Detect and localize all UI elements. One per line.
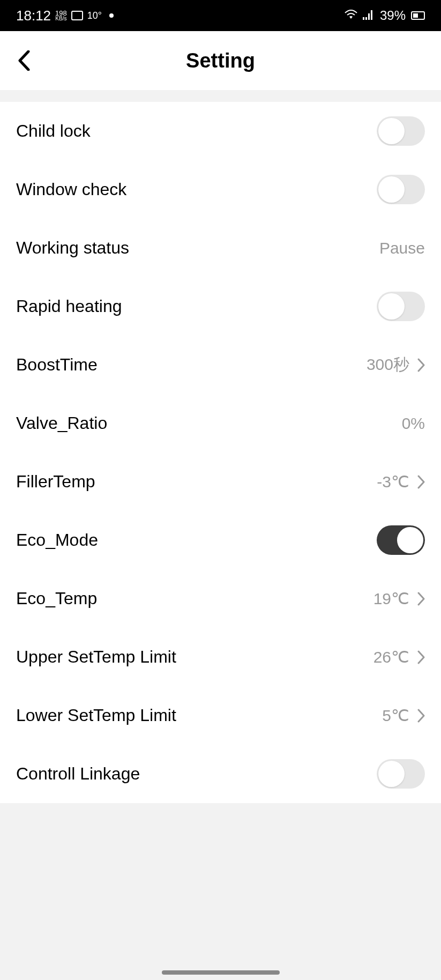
status-right: 39% bbox=[345, 8, 425, 23]
row-lower-limit[interactable]: Lower SetTemp Limit 5℃ bbox=[0, 686, 441, 745]
svg-rect-3 bbox=[371, 10, 372, 20]
row-value: 0% bbox=[402, 414, 425, 433]
chevron-right-icon bbox=[417, 592, 425, 606]
status-bar: 18:12 198 KB/s 10° 39% bbox=[0, 0, 441, 31]
chevron-left-icon bbox=[18, 50, 31, 71]
row-filler-temp[interactable]: FillerTemp -3℃ bbox=[0, 452, 441, 511]
row-boost-time[interactable]: BoostTime 300秒 bbox=[0, 336, 441, 394]
row-value: 26℃ bbox=[373, 648, 409, 666]
row-value: 5℃ bbox=[382, 706, 409, 725]
svg-rect-2 bbox=[368, 13, 370, 20]
page-title: Setting bbox=[0, 49, 441, 72]
row-label: Controll Linkage bbox=[16, 764, 140, 784]
child-lock-toggle[interactable] bbox=[377, 116, 425, 146]
eco-mode-toggle[interactable] bbox=[377, 525, 425, 555]
chevron-right-icon bbox=[417, 358, 425, 372]
row-value: Pause bbox=[379, 239, 425, 257]
row-window-check[interactable]: Window check bbox=[0, 160, 441, 219]
settings-list: Child lock Window check Working status P… bbox=[0, 102, 441, 803]
row-eco-mode[interactable]: Eco_Mode bbox=[0, 511, 441, 569]
row-eco-temp[interactable]: Eco_Temp 19℃ bbox=[0, 569, 441, 628]
rapid-heating-toggle[interactable] bbox=[377, 292, 425, 321]
row-label: Working status bbox=[16, 238, 129, 258]
back-button[interactable] bbox=[13, 50, 35, 71]
row-label: Eco_Temp bbox=[16, 589, 97, 608]
row-label: BoostTime bbox=[16, 355, 98, 375]
row-label: Window check bbox=[16, 180, 126, 199]
row-valve-ratio[interactable]: Valve_Ratio 0% bbox=[0, 394, 441, 452]
row-label: FillerTemp bbox=[16, 472, 95, 492]
chevron-right-icon bbox=[417, 709, 425, 723]
row-controll-linkage[interactable]: Controll Linkage bbox=[0, 745, 441, 803]
row-rapid-heating[interactable]: Rapid heating bbox=[0, 277, 441, 336]
controll-linkage-toggle[interactable] bbox=[377, 759, 425, 789]
svg-rect-1 bbox=[365, 17, 367, 20]
image-icon bbox=[71, 11, 83, 20]
wifi-icon bbox=[345, 8, 357, 23]
row-value: -3℃ bbox=[377, 472, 409, 491]
row-value: 19℃ bbox=[373, 589, 409, 608]
row-value: 300秒 bbox=[367, 354, 409, 376]
row-child-lock[interactable]: Child lock bbox=[0, 102, 441, 160]
page-header: Setting bbox=[0, 31, 441, 90]
row-label: Rapid heating bbox=[16, 296, 122, 316]
row-label: Eco_Mode bbox=[16, 530, 98, 550]
chevron-right-icon bbox=[417, 650, 425, 664]
signal-icon bbox=[363, 8, 375, 23]
status-left: 18:12 198 KB/s 10° bbox=[16, 8, 114, 24]
notification-dot-icon bbox=[109, 13, 114, 18]
row-label: Child lock bbox=[16, 121, 91, 141]
row-label: Upper SetTemp Limit bbox=[16, 647, 176, 667]
chevron-right-icon bbox=[417, 475, 425, 489]
battery-icon bbox=[411, 11, 425, 20]
battery-pct: 39% bbox=[380, 8, 406, 23]
row-working-status[interactable]: Working status Pause bbox=[0, 219, 441, 277]
window-check-toggle[interactable] bbox=[377, 175, 425, 204]
row-upper-limit[interactable]: Upper SetTemp Limit 26℃ bbox=[0, 628, 441, 686]
row-label: Valve_Ratio bbox=[16, 413, 107, 433]
section-spacer bbox=[0, 90, 441, 102]
row-label: Lower SetTemp Limit bbox=[16, 706, 176, 725]
home-indicator[interactable] bbox=[162, 970, 280, 975]
svg-rect-0 bbox=[363, 17, 364, 20]
network-speed: 198 KB/s bbox=[55, 10, 67, 21]
status-temp: 10° bbox=[87, 10, 102, 21]
status-time: 18:12 bbox=[16, 8, 51, 24]
